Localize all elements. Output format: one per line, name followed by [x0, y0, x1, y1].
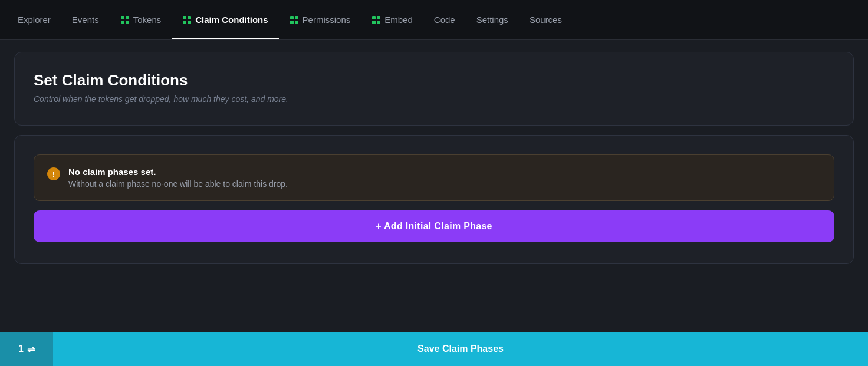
nav-label-code: Code	[434, 15, 455, 25]
nav-label-settings: Settings	[476, 15, 508, 25]
nav-label-tokens: Tokens	[133, 15, 162, 25]
svg-rect-2	[121, 21, 124, 24]
header-card: Set Claim Conditions Control when the to…	[14, 52, 854, 126]
svg-rect-8	[290, 16, 294, 19]
alert-box: ! No claim phases set. Without a claim p…	[34, 154, 834, 201]
nav-item-explorer[interactable]: Explorer	[7, 0, 61, 39]
alert-text: No claim phases set. Without a claim pha…	[68, 167, 288, 189]
svg-rect-15	[377, 21, 380, 24]
nav-item-embed[interactable]: Embed	[361, 0, 423, 39]
nav-item-code[interactable]: Code	[423, 0, 466, 39]
add-initial-claim-phase-button[interactable]: + Add Initial Claim Phase	[34, 210, 834, 242]
bottom-bar: 1 ⇌ Save Claim Phases	[0, 332, 868, 366]
alert-body: Without a claim phase no-one will be abl…	[68, 179, 288, 189]
svg-rect-12	[372, 16, 376, 19]
bottom-bar-counter: 1 ⇌	[0, 332, 53, 366]
svg-rect-14	[372, 21, 376, 24]
svg-rect-10	[290, 21, 294, 24]
svg-rect-9	[295, 16, 298, 19]
counter-value: 1	[18, 344, 24, 354]
svg-rect-6	[183, 21, 186, 24]
page-title: Set Claim Conditions	[34, 71, 834, 90]
nav-label-explorer: Explorer	[18, 15, 51, 25]
save-claim-phases-button[interactable]: Save Claim Phases	[53, 332, 868, 366]
nav-item-tokens[interactable]: Tokens	[110, 0, 172, 39]
nav-label-sources: Sources	[530, 15, 562, 25]
nav-item-settings[interactable]: Settings	[466, 0, 519, 39]
nav-item-events[interactable]: Events	[61, 0, 110, 39]
grid-icon-tokens	[120, 15, 130, 25]
nav-item-claim-conditions[interactable]: Claim Conditions	[172, 0, 278, 39]
nav-label-events: Events	[72, 15, 99, 25]
nav-label-embed: Embed	[384, 15, 413, 25]
grid-icon-embed	[371, 15, 381, 25]
navigation: Explorer Events Tokens Claim Conditions	[0, 0, 868, 40]
alert-title: No claim phases set.	[68, 167, 288, 177]
svg-rect-13	[377, 16, 380, 19]
nav-label-claim-conditions: Claim Conditions	[195, 15, 268, 25]
svg-rect-11	[295, 21, 298, 24]
nav-item-permissions[interactable]: Permissions	[279, 0, 361, 39]
svg-rect-0	[121, 16, 124, 19]
svg-rect-4	[183, 16, 186, 19]
svg-rect-1	[126, 16, 129, 19]
nav-label-permissions: Permissions	[303, 15, 351, 25]
grid-icon-claim-conditions	[182, 15, 192, 25]
nav-item-sources[interactable]: Sources	[519, 0, 573, 39]
alert-icon: !	[47, 167, 60, 180]
svg-rect-7	[188, 21, 191, 24]
content-card: ! No claim phases set. Without a claim p…	[14, 135, 854, 264]
grid-icon-permissions	[290, 15, 299, 25]
svg-rect-3	[126, 21, 129, 24]
svg-rect-5	[188, 16, 191, 19]
swap-icon: ⇌	[27, 344, 35, 355]
main-content: Set Claim Conditions Control when the to…	[0, 40, 868, 332]
page-subtitle: Control when the tokens get dropped, how…	[34, 94, 834, 104]
